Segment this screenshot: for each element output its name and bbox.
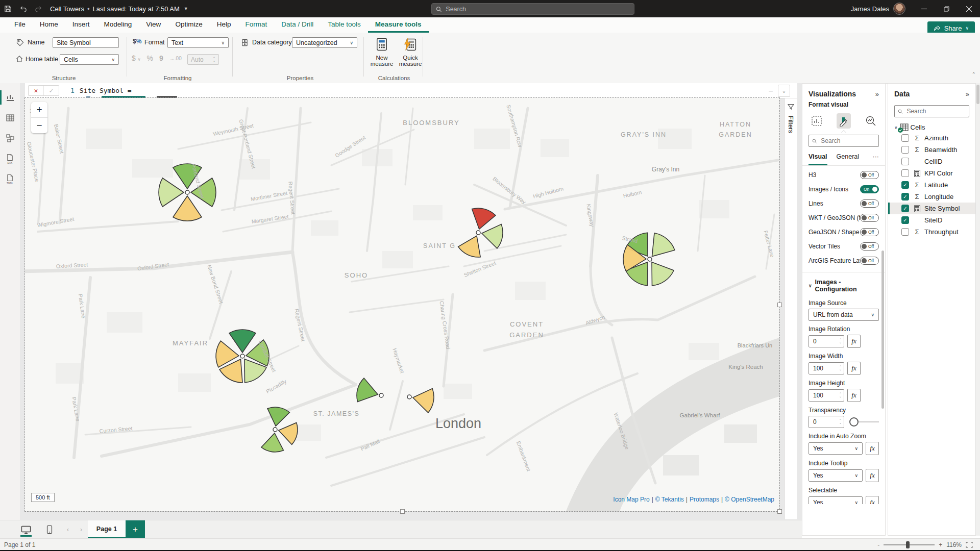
field-row-kpi-color[interactable]: KPI Color <box>888 167 975 179</box>
checkbox-unchecked[interactable] <box>901 158 909 165</box>
spinner-arrows[interactable]: ⌃⌄ <box>839 393 842 398</box>
checkbox-checked[interactable]: ✓ <box>901 193 909 201</box>
checkbox-unchecked[interactable] <box>901 146 909 154</box>
fx-button[interactable]: fx <box>866 469 879 482</box>
window-scrollbar[interactable] <box>976 83 980 536</box>
table-view-button[interactable] <box>0 108 20 128</box>
checkbox-checked[interactable]: ✓ <box>901 205 909 212</box>
next-page-icon[interactable]: › <box>75 520 88 539</box>
toggle-off[interactable]: Off <box>860 257 879 265</box>
dax-query-view-button[interactable]: DAX <box>0 148 20 169</box>
field-row-azimuth[interactable]: ΣAzimuth <box>888 132 975 144</box>
field-spinner[interactable]: 0⌃⌄ <box>808 416 844 428</box>
cell-site-icon[interactable] <box>261 407 298 452</box>
attribution-link[interactable]: Icon Map Pro <box>613 496 649 503</box>
menu-tab-table-tools[interactable]: Table tools <box>321 17 368 33</box>
filters-pane-collapsed[interactable]: Filters <box>785 98 797 520</box>
global-search[interactable] <box>431 3 634 15</box>
menu-tab-file[interactable]: File <box>7 17 33 33</box>
user-name[interactable]: James Dales <box>851 5 889 13</box>
close-button[interactable] <box>958 0 980 17</box>
home-table-select[interactable]: Cells∨ <box>60 54 119 65</box>
toggle-off[interactable]: Off <box>860 228 879 236</box>
name-input[interactable]: Site Symbol <box>53 37 119 48</box>
quick-measure-button[interactable]: Quick measure <box>397 37 424 67</box>
cell-site-icon[interactable] <box>623 233 675 286</box>
fx-button[interactable]: fx <box>847 389 861 402</box>
spinner-arrows[interactable]: ⌃⌄ <box>839 339 842 344</box>
spinner-arrows[interactable]: ⌃⌄ <box>839 419 842 424</box>
field-slider[interactable] <box>849 417 879 427</box>
analytics-icon[interactable] <box>864 113 878 129</box>
fx-button[interactable]: fx <box>866 496 879 504</box>
data-search[interactable] <box>894 105 969 117</box>
spinner-arrows[interactable]: ⌃⌄ <box>839 366 842 371</box>
menu-tab-help[interactable]: Help <box>210 17 238 33</box>
fx-button[interactable]: fx <box>847 335 861 348</box>
cell-site-icon[interactable] <box>458 208 503 257</box>
vis-tab-visual[interactable]: Visual <box>808 153 827 165</box>
field-dropdown[interactable]: Yes∨ <box>808 442 863 455</box>
collapse-ribbon-icon[interactable]: ⌃ <box>972 71 976 77</box>
data-category-select[interactable]: Uncategorized∨ <box>292 37 357 48</box>
field-spinner[interactable]: 0⌃⌄ <box>808 335 844 347</box>
checkbox-unchecked[interactable] <box>901 169 909 177</box>
field-spinner[interactable]: 100⌃⌄ <box>808 389 844 402</box>
format-visual-icon[interactable] <box>837 113 850 129</box>
cancel-formula-icon[interactable]: ✕ <box>29 86 43 95</box>
mobile-layout-button[interactable] <box>38 520 61 539</box>
vis-tab-[interactable]: ··· <box>873 153 879 165</box>
resize-handle-bottom[interactable] <box>400 509 405 514</box>
map-zoom-out-button[interactable]: − <box>31 118 47 133</box>
cell-site-icon[interactable] <box>407 389 434 413</box>
avatar[interactable] <box>893 3 905 15</box>
menu-tab-modeling[interactable]: Modeling <box>97 17 139 33</box>
collapse-data-panel-icon[interactable]: » <box>966 90 969 98</box>
number-format-buttons[interactable]: $ ∨%9→.00 <box>132 54 182 62</box>
fit-to-page-icon[interactable] <box>966 542 973 548</box>
field-spinner[interactable]: 100⌃⌄ <box>808 362 844 374</box>
redo-icon[interactable] <box>31 0 46 17</box>
menu-tab-format[interactable]: Format <box>238 17 274 33</box>
document-title[interactable]: Cell Towers • Last saved: Today at 7:50 … <box>50 5 188 13</box>
field-dropdown[interactable]: Yes∨ <box>808 469 863 482</box>
add-page-button[interactable]: + <box>126 520 145 539</box>
checkbox-checked[interactable]: ✓ <box>901 181 909 189</box>
checkbox-checked[interactable]: ✓ <box>901 216 909 224</box>
toggle-off[interactable]: Off <box>860 171 879 179</box>
resize-handle-right[interactable] <box>777 303 782 307</box>
save-icon[interactable] <box>0 0 15 17</box>
field-dropdown[interactable]: Yes∨ <box>808 496 863 504</box>
toggle-on[interactable]: On <box>860 185 879 193</box>
build-visual-icon[interactable] <box>810 113 823 129</box>
field-row-latitude[interactable]: ✓ΣLatitude <box>888 179 975 191</box>
checkbox-unchecked[interactable] <box>901 134 909 142</box>
menu-tab-view[interactable]: View <box>139 17 168 33</box>
formula-code[interactable]: Site Symbol = <box>80 87 132 94</box>
field-row-cellid[interactable]: CellID <box>888 156 975 167</box>
field-row-throughput[interactable]: ΣThroughput <box>888 226 975 238</box>
commit-formula-icon[interactable]: ✓ <box>43 86 59 95</box>
new-measure-button[interactable]: New measure <box>369 37 395 67</box>
vis-tab-general[interactable]: General <box>837 153 859 165</box>
table-node-cells[interactable]: ∨ Cells <box>888 117 975 132</box>
toggle-off[interactable]: Off <box>860 214 879 222</box>
field-dropdown[interactable]: URL from data∨ <box>808 309 879 321</box>
expand-formula-bar-button[interactable]: ⌄ <box>778 85 790 97</box>
field-row-siteid[interactable]: ✓SiteID <box>888 214 975 226</box>
toggle-off[interactable]: Off <box>860 242 879 251</box>
cell-site-icon[interactable] <box>216 330 269 383</box>
slider-knob[interactable] <box>849 417 859 427</box>
attribution-link[interactable]: © Tekantis <box>655 496 684 503</box>
resize-handle-corner[interactable] <box>777 509 782 514</box>
zoom-in-icon[interactable]: + <box>939 541 942 548</box>
images-configuration-section[interactable]: ∨ Images - Configuration <box>802 272 885 293</box>
report-view-button[interactable] <box>0 87 20 108</box>
cell-site-icon[interactable] <box>357 378 383 402</box>
tmdl-view-button[interactable]: TMDL <box>0 169 20 189</box>
menu-tab-data-drill[interactable]: Data / Drill <box>274 17 321 33</box>
data-search-input[interactable] <box>905 107 966 115</box>
fx-button[interactable]: fx <box>866 442 879 455</box>
field-row-longitude[interactable]: ✓ΣLongitude <box>888 191 975 203</box>
collapse-visualizations-icon[interactable]: » <box>875 90 879 98</box>
